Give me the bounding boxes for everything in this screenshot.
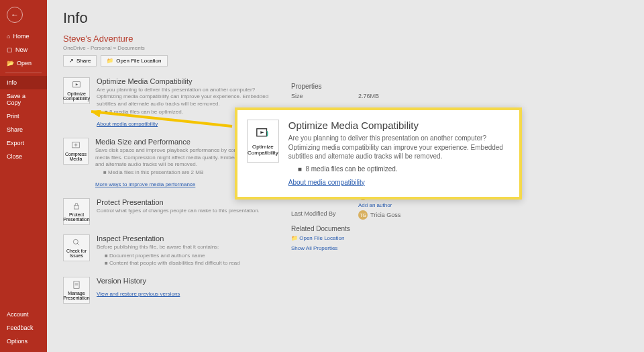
new-icon: ▢ bbox=[7, 46, 13, 53]
related-documents-heading: Related Documents bbox=[291, 225, 628, 232]
size-label: Size bbox=[291, 93, 345, 99]
svg-marker-1 bbox=[76, 83, 78, 86]
optimize-compatibility-button[interactable]: Optimize Compatibility bbox=[63, 77, 90, 104]
home-icon: ⌂ bbox=[7, 33, 10, 40]
lock-icon bbox=[72, 202, 81, 211]
sidebar-item-share[interactable]: Share bbox=[0, 123, 47, 136]
callout-heading: Optimize Media Compatibility bbox=[288, 120, 510, 131]
optimize-desc: Are you planning to deliver this present… bbox=[97, 87, 271, 107]
check-for-issues-button[interactable]: Check for Issues bbox=[63, 234, 90, 261]
sidebar-item-account[interactable]: Account bbox=[0, 308, 47, 321]
sidebar-item-home[interactable]: ⌂Home bbox=[0, 30, 47, 43]
inspect-section: Check for Issues Inspect Presentation Be… bbox=[63, 234, 271, 267]
open-file-location-button[interactable]: 📁Open File Location bbox=[101, 55, 167, 67]
callout-bullet: ■ 8 media files can be optimized. bbox=[288, 161, 510, 175]
callout-desc: Are you planning to deliver this present… bbox=[288, 134, 510, 161]
compress-media-button[interactable]: Compress Media bbox=[63, 138, 89, 165]
show-all-properties-link[interactable]: Show All Properties bbox=[291, 245, 628, 251]
inspect-bullet-2: ■ Content that people with disabilities … bbox=[97, 260, 240, 266]
about-media-compatibility-link[interactable]: About media compatibility bbox=[97, 121, 158, 127]
media-icon bbox=[256, 126, 270, 141]
folder-icon: 📁 bbox=[291, 235, 298, 241]
back-button[interactable]: ← bbox=[7, 7, 23, 23]
inspect-bullet-1: ■ Document properties and author's name bbox=[97, 253, 240, 259]
sidebar-item-export[interactable]: Export bbox=[0, 136, 47, 150]
lastmod-label: Last Modified By bbox=[291, 210, 345, 220]
mediasize-link[interactable]: More ways to improve media performance bbox=[95, 181, 195, 187]
share-button[interactable]: ↗Share bbox=[63, 55, 97, 67]
backstage-sidebar: ← ⌂Home ▢New 📂Open Info Save a Copy Prin… bbox=[0, 0, 47, 352]
protect-desc: Control what types of changes people can… bbox=[97, 208, 260, 214]
optimize-heading: Optimize Media Compatibility bbox=[97, 77, 271, 85]
page-title: Info bbox=[63, 9, 628, 27]
optimize-callout: Optimize Compatibility Optimize Media Co… bbox=[235, 107, 522, 200]
sidebar-item-new[interactable]: ▢New bbox=[0, 43, 47, 56]
protect-heading: Protect Presentation bbox=[97, 198, 260, 206]
open-icon: 📂 bbox=[7, 60, 14, 67]
svg-marker-9 bbox=[260, 131, 264, 134]
manage-presentation-button[interactable]: Manage Presentation bbox=[63, 277, 90, 304]
document-path: OneDrive - Personal » Documents bbox=[63, 45, 628, 51]
share-icon: ↗ bbox=[69, 58, 74, 64]
sidebar-item-open[interactable]: 📂Open bbox=[0, 56, 47, 70]
sidebar-item-close[interactable]: Close bbox=[0, 150, 47, 163]
folder-icon: 📁 bbox=[107, 58, 113, 64]
inspect-heading: Inspect Presentation bbox=[97, 234, 240, 243]
compress-icon bbox=[71, 141, 80, 150]
sidebar-item-info[interactable]: Info bbox=[0, 76, 47, 89]
properties-heading: Properties bbox=[291, 83, 628, 90]
inspect-desc: Before publishing this file, be aware th… bbox=[97, 244, 240, 251]
sidebar-item-print[interactable]: Print bbox=[0, 109, 47, 123]
history-heading: Version History bbox=[97, 277, 180, 285]
inspect-icon bbox=[72, 238, 81, 247]
sidebar-divider bbox=[5, 73, 42, 73]
svg-rect-3 bbox=[74, 206, 79, 209]
callout-link[interactable]: About media compatibility bbox=[288, 179, 365, 186]
callout-icon-box[interactable]: Optimize Compatibility bbox=[247, 120, 279, 163]
sidebar-item-feedback[interactable]: Feedback bbox=[0, 321, 47, 335]
history-icon bbox=[72, 280, 81, 290]
add-author-link[interactable]: Add an author bbox=[358, 202, 392, 208]
protect-section: Protect Presentation Protect Presentatio… bbox=[63, 198, 271, 225]
avatar-icon: TG bbox=[358, 210, 368, 220]
size-value: 2.76MB bbox=[358, 93, 379, 99]
media-icon bbox=[72, 81, 81, 90]
sidebar-item-saveacopy[interactable]: Save a Copy bbox=[0, 89, 47, 109]
lastmod-value: TGTricia Goss bbox=[358, 210, 400, 220]
history-link[interactable]: View and restore previous versions bbox=[97, 291, 180, 297]
document-title: Steve's Adventure bbox=[63, 34, 628, 44]
sidebar-item-options[interactable]: Options bbox=[0, 335, 47, 348]
version-history-section: Manage Presentation Version History View… bbox=[63, 277, 271, 304]
protect-presentation-button[interactable]: Protect Presentation bbox=[63, 198, 90, 225]
open-file-location-link[interactable]: 📁 Open File Location bbox=[291, 235, 628, 241]
